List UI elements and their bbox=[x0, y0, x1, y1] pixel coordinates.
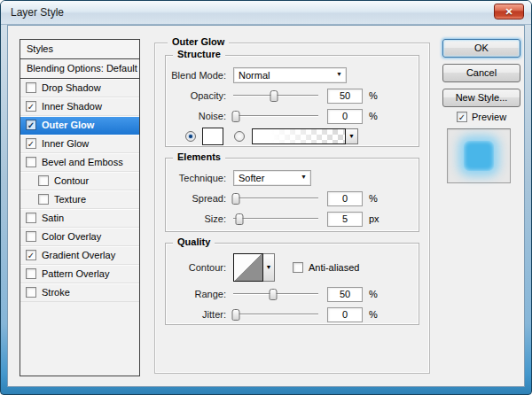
spread-slider-track[interactable] bbox=[233, 198, 318, 199]
style-checkbox[interactable] bbox=[26, 213, 36, 223]
style-checkbox[interactable] bbox=[26, 157, 36, 167]
preview-control[interactable]: ✓ Preview bbox=[457, 112, 506, 122]
sidebar-item-blending-options[interactable]: Blending Options: Default bbox=[20, 59, 139, 79]
sidebar-style-item[interactable]: Contour bbox=[20, 172, 139, 190]
sidebar-style-item[interactable]: Drop Shadow bbox=[20, 79, 139, 97]
preview-checkbox[interactable]: ✓ bbox=[457, 112, 467, 122]
jitter-unit: % bbox=[369, 309, 378, 320]
style-checkbox[interactable]: ✓ bbox=[26, 250, 36, 260]
sidebar-style-item[interactable]: Pattern Overlay bbox=[20, 265, 139, 283]
spread-slider-thumb[interactable] bbox=[231, 193, 239, 205]
style-item-label: Drop Shadow bbox=[42, 82, 101, 93]
sidebar-style-item[interactable]: Color Overlay bbox=[20, 228, 139, 246]
window-title: Layer Style bbox=[11, 6, 64, 19]
size-field[interactable]: 5 bbox=[327, 212, 363, 227]
style-item-label: Satin bbox=[42, 213, 64, 223]
panel-title: Outer Glow bbox=[168, 36, 229, 47]
opacity-slider[interactable] bbox=[233, 89, 318, 102]
style-checkbox[interactable] bbox=[38, 194, 49, 205]
color-radio[interactable] bbox=[185, 131, 196, 142]
style-item-label: Stroke bbox=[42, 287, 70, 298]
sidebar-style-item[interactable]: Stroke bbox=[20, 283, 139, 302]
style-checkbox[interactable]: ✓ bbox=[26, 138, 36, 149]
style-checkbox[interactable] bbox=[26, 82, 36, 93]
size-slider[interactable] bbox=[233, 213, 318, 225]
style-checkbox[interactable]: ✓ bbox=[26, 120, 36, 130]
style-item-label: Pattern Overlay bbox=[42, 268, 109, 279]
gradient-picker-arrow-icon[interactable]: ▼ bbox=[346, 128, 358, 144]
quality-title: Quality bbox=[173, 236, 215, 247]
range-unit: % bbox=[369, 289, 378, 299]
jitter-field[interactable]: 0 bbox=[327, 307, 363, 322]
cancel-button[interactable]: Cancel bbox=[442, 64, 520, 82]
style-item-label: Bevel and Emboss bbox=[42, 157, 123, 167]
contour-picker-arrow-icon[interactable]: ▼ bbox=[263, 253, 275, 282]
sidebar-style-item[interactable]: Bevel and Emboss bbox=[20, 153, 139, 172]
antialiased-checkbox[interactable] bbox=[293, 262, 303, 273]
sidebar-style-item[interactable]: ✓ Gradient Overlay bbox=[20, 246, 139, 265]
structure-group: Structure Blend Mode: Normal ▼ Opacity: … bbox=[165, 55, 419, 147]
contour-thumbnail[interactable] bbox=[233, 253, 263, 282]
opacity-unit: % bbox=[369, 90, 378, 101]
gradient-radio[interactable] bbox=[234, 131, 245, 142]
style-item-label: Gradient Overlay bbox=[42, 250, 115, 260]
spread-slider[interactable] bbox=[233, 192, 318, 205]
jitter-slider-track[interactable] bbox=[233, 314, 318, 315]
style-item-label: Inner Glow bbox=[42, 138, 89, 149]
noise-slider-thumb[interactable] bbox=[231, 111, 239, 122]
style-checkbox[interactable] bbox=[26, 268, 36, 279]
style-checkbox[interactable]: ✓ bbox=[26, 101, 36, 112]
sidebar-style-item[interactable]: ✓ Outer Glow bbox=[20, 116, 139, 135]
jitter-slider[interactable] bbox=[233, 308, 318, 321]
style-checkbox[interactable] bbox=[26, 231, 36, 242]
opacity-slider-thumb[interactable] bbox=[270, 90, 278, 102]
range-field[interactable]: 50 bbox=[327, 287, 363, 302]
range-slider[interactable] bbox=[233, 288, 318, 300]
antialiased-control[interactable]: Anti-aliased bbox=[293, 262, 359, 273]
size-unit: px bbox=[369, 213, 379, 224]
sidebar-style-item[interactable]: Satin bbox=[20, 209, 139, 228]
technique-select[interactable]: Softer ▼ bbox=[233, 170, 311, 186]
spread-field[interactable]: 0 bbox=[327, 191, 363, 206]
technique-value: Softer bbox=[239, 173, 264, 183]
glow-preview-image bbox=[464, 141, 494, 171]
glow-color-swatch[interactable] bbox=[202, 128, 223, 145]
structure-title: Structure bbox=[173, 49, 225, 59]
style-item-label: Contour bbox=[54, 175, 89, 186]
sidebar-style-item[interactable]: ✓ Inner Shadow bbox=[20, 97, 139, 116]
noise-slider-track[interactable] bbox=[233, 115, 318, 117]
sidebar-style-item[interactable]: ✓ Inner Glow bbox=[20, 135, 139, 153]
gradient-bar[interactable] bbox=[252, 128, 346, 144]
new-style-button[interactable]: New Style... bbox=[442, 89, 520, 107]
noise-slider[interactable] bbox=[233, 110, 318, 122]
noise-field[interactable]: 0 bbox=[327, 109, 363, 124]
blend-mode-select[interactable]: Normal ▼ bbox=[233, 67, 347, 83]
size-label: Size: bbox=[171, 213, 226, 224]
style-item-label: Inner Shadow bbox=[42, 101, 102, 112]
styles-header: Styles bbox=[20, 40, 139, 59]
quality-group: Quality Contour: ▼ Anti-aliased Range: bbox=[165, 243, 419, 325]
antialiased-label: Anti-aliased bbox=[309, 262, 359, 273]
outer-glow-panel: Outer Glow Structure Blend Mode: Normal … bbox=[154, 43, 430, 374]
elements-group: Elements Technique: Softer ▼ Spread: 0 bbox=[165, 158, 419, 232]
ok-button[interactable]: OK bbox=[442, 39, 520, 58]
style-item-label: Texture bbox=[54, 194, 86, 205]
size-slider-thumb[interactable] bbox=[235, 213, 243, 225]
elements-title: Elements bbox=[173, 151, 225, 162]
spread-unit: % bbox=[369, 193, 378, 204]
close-icon[interactable]: ✕ bbox=[494, 4, 524, 19]
range-label: Range: bbox=[171, 289, 226, 299]
sidebar-style-item[interactable]: Texture bbox=[20, 190, 139, 209]
titlebar[interactable]: Layer Style ✕ bbox=[1, 1, 531, 25]
range-slider-thumb[interactable] bbox=[270, 289, 278, 300]
style-checkbox[interactable] bbox=[38, 175, 49, 186]
opacity-field[interactable]: 50 bbox=[327, 89, 363, 104]
contour-label: Contour: bbox=[171, 262, 226, 273]
technique-label: Technique: bbox=[171, 173, 226, 183]
style-checkbox[interactable] bbox=[26, 287, 36, 298]
blend-mode-value: Normal bbox=[239, 70, 270, 81]
jitter-slider-thumb[interactable] bbox=[231, 309, 239, 321]
chevron-down-icon: ▼ bbox=[301, 174, 307, 180]
size-slider-track[interactable] bbox=[233, 218, 318, 220]
opacity-label: Opacity: bbox=[171, 90, 226, 101]
